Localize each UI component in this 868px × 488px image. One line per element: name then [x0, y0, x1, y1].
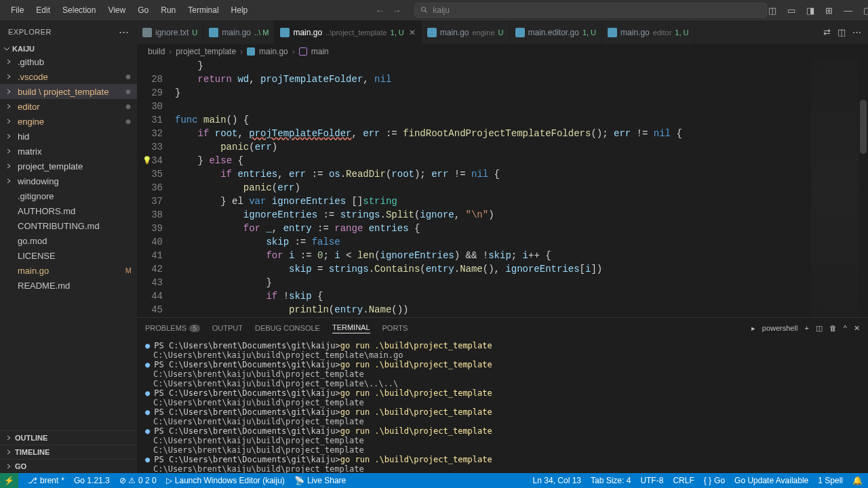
go-version[interactable]: Go 1.21.3: [74, 476, 110, 485]
trash-icon[interactable]: 🗑: [829, 324, 837, 332]
menu-edit[interactable]: Edit: [31, 3, 56, 18]
compare-icon[interactable]: ⇄: [823, 27, 831, 37]
tab-size[interactable]: Tab Size: 4: [591, 476, 631, 485]
folder-buildproject_template[interactable]: build \ project_template●: [0, 84, 137, 99]
split-terminal-icon[interactable]: ◫: [816, 324, 823, 333]
layout-controls: ◫ ▭ ◨ ⊞ — ▢: [767, 4, 868, 17]
panel-tab-debug-console[interactable]: DEBUG CONSOLE: [255, 324, 320, 332]
menu-go[interactable]: Go: [132, 3, 154, 18]
panel-tab-problems[interactable]: PROBLEMS5: [145, 324, 200, 332]
tab-main.go[interactable]: main.goengineU: [422, 20, 510, 44]
git-branch[interactable]: ⎇ brent*: [28, 476, 64, 485]
folder-hid[interactable]: hid: [0, 129, 137, 144]
nav-back-icon[interactable]: ←: [375, 5, 384, 16]
shell-label[interactable]: powershell: [762, 324, 798, 332]
cursor-position[interactable]: Ln 34, Col 13: [533, 476, 581, 485]
eol[interactable]: CRLF: [673, 476, 694, 485]
more-icon[interactable]: ⋯: [852, 27, 861, 37]
title-bar: File Edit Selection View Go Run Terminal…: [0, 0, 868, 20]
layout-icon[interactable]: ⊞: [824, 4, 834, 17]
status-bar: ⚡ ⎇ brent* Go 1.21.3 ⊘ ⚠ 0 2 0 ▷ Launch …: [0, 473, 868, 488]
go-icon: [280, 28, 290, 37]
go-icon: [247, 47, 255, 56]
tab-main.go[interactable]: main.go..\ M: [203, 20, 275, 44]
maximize-icon[interactable]: ▢: [862, 4, 868, 17]
file-main.go[interactable]: main.goM: [0, 263, 137, 278]
launch-config[interactable]: ▷ Launch Windows Editor (kaiju): [166, 476, 285, 485]
language-mode[interactable]: { } Go: [704, 476, 725, 485]
panel-outline[interactable]: OUTLINE: [0, 430, 137, 445]
explorer-title: EXPLORER ⋯: [0, 20, 137, 43]
split-icon[interactable]: ◫: [837, 27, 846, 37]
nav-forward-icon[interactable]: →: [392, 5, 401, 16]
go-icon: [515, 28, 525, 37]
file-LICENSE[interactable]: LICENSE: [0, 248, 137, 263]
minimize-icon[interactable]: —: [842, 4, 854, 17]
editor-tabs: ignore.txtUmain.go..\ Mmain.go..\project…: [137, 20, 868, 44]
file-AUTHORS.md[interactable]: AUTHORS.md: [0, 203, 137, 218]
layout-icon[interactable]: ◨: [805, 4, 816, 17]
svg-line-1: [425, 11, 427, 13]
folder-matrix[interactable]: matrix: [0, 144, 137, 159]
panel-tabs: PROBLEMS5OUTPUTDEBUG CONSOLETERMINALPORT…: [137, 318, 868, 338]
bottom-panel: PROBLEMS5OUTPUTDEBUG CONSOLETERMINALPORT…: [137, 317, 868, 473]
go-icon: [427, 28, 437, 37]
minimap[interactable]: [811, 59, 859, 317]
vertical-scrollbar[interactable]: [859, 59, 868, 317]
tab-main.editor.go[interactable]: main.editor.go1, U: [510, 20, 603, 44]
menu-run[interactable]: Run: [155, 3, 181, 18]
menu-file[interactable]: File: [5, 3, 29, 18]
code-content[interactable]: } return wd, projTemplateFolder, nil}fun…: [175, 59, 868, 317]
panel-timeline[interactable]: TIMELINE: [0, 445, 137, 459]
tab-main.go[interactable]: main.goeditor1, U: [602, 20, 694, 44]
remote-button[interactable]: ⚡: [0, 473, 18, 488]
panel-tab-ports[interactable]: PORTS: [382, 324, 408, 332]
code-editor[interactable]: 28293031323334353637383940414243444546 }…: [137, 59, 868, 317]
menu-selection[interactable]: Selection: [57, 3, 101, 18]
tab-main.go[interactable]: main.go..\project_template1, U✕: [275, 20, 421, 44]
go-icon: [608, 28, 617, 37]
file-go.mod[interactable]: go.mod: [0, 233, 137, 248]
panel-tab-terminal[interactable]: TERMINAL: [332, 323, 370, 333]
explorer-more-icon[interactable]: ⋯: [119, 26, 130, 38]
maximize-panel-icon[interactable]: ^: [844, 324, 847, 332]
add-terminal-icon[interactable]: +: [804, 324, 808, 332]
panel-go[interactable]: GO: [0, 459, 137, 473]
diagnostics[interactable]: ⊘ ⚠ 0 2 0: [119, 476, 157, 485]
menu-view[interactable]: View: [102, 3, 131, 18]
folder-editor[interactable]: editor●: [0, 99, 137, 114]
spell-check[interactable]: 1 Spell: [818, 476, 843, 485]
command-center-search[interactable]: kaiju: [414, 3, 767, 18]
folder-engine[interactable]: engine●: [0, 114, 137, 129]
tab-ignore.txt[interactable]: ignore.txtU: [137, 20, 203, 44]
close-panel-icon[interactable]: ✕: [854, 324, 860, 333]
breadcrumbs[interactable]: build› project_template› main.go› main: [137, 44, 868, 59]
txt-icon: [142, 28, 152, 37]
chevron-down-icon: [3, 45, 11, 53]
layout-icon[interactable]: ◫: [767, 4, 778, 17]
folder-windowing[interactable]: windowing: [0, 174, 137, 188]
panel-tab-output[interactable]: OUTPUT: [212, 324, 243, 332]
close-icon[interactable]: ✕: [409, 28, 416, 37]
terminal[interactable]: ●PS C:\Users\brent\Documents\git\kaiju> …: [137, 338, 868, 473]
folder-.github[interactable]: .github: [0, 54, 137, 69]
file-README.md[interactable]: README.md: [0, 278, 137, 293]
workspace-root[interactable]: KAIJU: [0, 43, 137, 54]
folder-.vscode[interactable]: .vscode●: [0, 69, 137, 84]
encoding[interactable]: UTF-8: [640, 476, 663, 485]
file-.gitignore[interactable]: .gitignore: [0, 188, 137, 203]
go-update[interactable]: Go Update Available: [734, 476, 808, 485]
file-CONTRIBUTING.md[interactable]: CONTRIBUTING.md: [0, 218, 137, 233]
menu-help[interactable]: Help: [226, 3, 254, 18]
explorer-sidebar: EXPLORER ⋯ KAIJU .github.vscode●build \ …: [0, 20, 137, 473]
live-share[interactable]: 📡 Live Share: [294, 476, 346, 485]
function-icon: [299, 47, 307, 56]
menu-terminal[interactable]: Terminal: [182, 3, 224, 18]
notifications-icon[interactable]: 🔔: [852, 476, 863, 485]
menu-bar: File Edit Selection View Go Run Terminal…: [5, 3, 253, 18]
go-icon: [209, 28, 218, 37]
layout-icon[interactable]: ▭: [786, 4, 797, 17]
folder-project_template[interactable]: project_template: [0, 159, 137, 174]
nav-arrows: ← →: [375, 5, 401, 16]
search-text: kaiju: [433, 5, 450, 15]
